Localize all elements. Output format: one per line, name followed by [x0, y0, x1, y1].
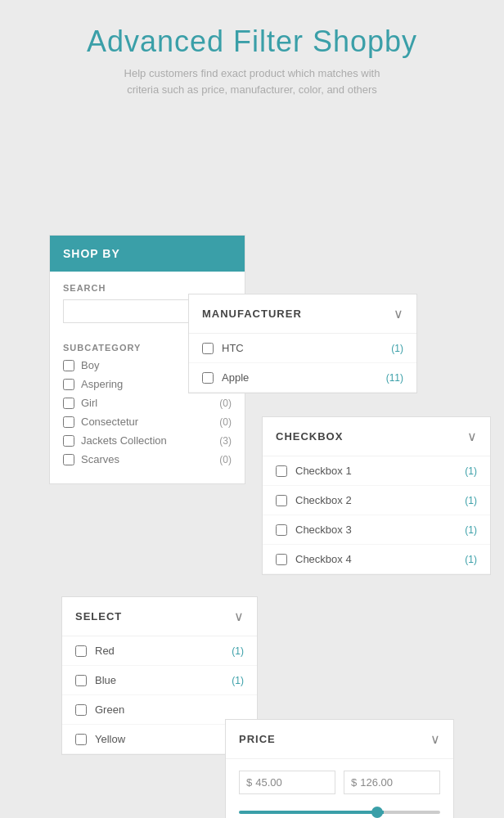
- price-panel: PRICE ∨ $ $ RESET ALL: [225, 719, 454, 818]
- list-item: Checkbox 4 (1): [263, 545, 490, 574]
- checkbox-filter-4[interactable]: [276, 554, 287, 565]
- manufacturer-checkbox-apple[interactable]: [202, 372, 214, 384]
- subcategory-checkbox-scarves[interactable]: [63, 454, 74, 465]
- search-label: SEARCH: [63, 283, 232, 293]
- select-checkbox-green[interactable]: [75, 704, 87, 716]
- subcategory-checkbox-aspering[interactable]: [63, 379, 74, 390]
- list-item: Apple (11): [189, 363, 416, 393]
- checkbox-filter-header: CHECKBOX ∨: [263, 417, 490, 456]
- list-item: Checkbox 1 (1): [263, 456, 490, 486]
- subcategory-checkbox-jackets[interactable]: [63, 435, 74, 447]
- select-checkbox-blue[interactable]: [75, 675, 87, 686]
- header-subtitle: Help customers find exact product which …: [16, 65, 488, 97]
- list-item: Checkbox 3 (1): [263, 515, 490, 545]
- page-header: Advanced Filter Shopby Help customers fi…: [16, 25, 488, 97]
- select-checkbox-red[interactable]: [75, 645, 87, 657]
- select-header: SELECT ∨: [62, 597, 257, 636]
- list-item: Scarves (0): [63, 453, 232, 465]
- subcategory-checkbox-girl[interactable]: [63, 398, 74, 409]
- manufacturer-checkbox-htc[interactable]: [202, 343, 214, 354]
- cards-container: SHOP BY SEARCH SUBCATEGORY Boy Aspering: [16, 114, 488, 784]
- select-checkbox-yellow[interactable]: [75, 734, 87, 745]
- list-item: Checkbox 2 (1): [263, 486, 490, 515]
- checkbox-filter-title: CHECKBOX: [276, 430, 343, 443]
- checkbox-filter-1[interactable]: [276, 465, 287, 477]
- chevron-down-icon[interactable]: ∨: [430, 731, 440, 747]
- price-range-slider[interactable]: [239, 811, 440, 814]
- price-currency-max: $: [351, 776, 357, 789]
- price-header: PRICE ∨: [226, 720, 453, 759]
- manufacturer-title: MANUFACTURER: [202, 308, 302, 320]
- list-item: Girl (0): [63, 397, 232, 409]
- manufacturer-header: MANUFACTURER ∨: [189, 294, 416, 334]
- manufacturer-panel: MANUFACTURER ∨ HTC (1) Apple (11): [188, 294, 417, 393]
- price-title: PRICE: [239, 733, 276, 745]
- price-currency-min: $: [246, 776, 252, 789]
- checkbox-filter-2[interactable]: [276, 495, 287, 506]
- chevron-down-icon[interactable]: ∨: [234, 609, 244, 624]
- list-item: Jackets Collection (3): [63, 434, 232, 447]
- price-slider-container: [226, 802, 453, 818]
- checkbox-filter-panel: CHECKBOX ∨ Checkbox 1 (1) Checkbox 2 (1)…: [262, 416, 491, 575]
- chevron-down-icon[interactable]: ∨: [394, 306, 403, 321]
- page-wrapper: Advanced Filter Shopby Help customers fi…: [0, 0, 504, 818]
- page-title: Advanced Filter Shopby: [16, 25, 488, 59]
- price-max-input[interactable]: [360, 776, 433, 789]
- list-item: HTC (1): [189, 334, 416, 363]
- select-title: SELECT: [75, 610, 122, 622]
- price-max-wrapper: $: [344, 771, 440, 794]
- subcategory-checkbox-consectetur[interactable]: [63, 416, 74, 428]
- list-item: Consectetur (0): [63, 416, 232, 428]
- title-colored: Filter Shopby: [233, 25, 417, 58]
- shop-by-header: SHOP BY: [50, 236, 245, 272]
- list-item: Red (1): [62, 636, 257, 666]
- checkbox-filter-3[interactable]: [276, 524, 287, 536]
- subcategory-checkbox-boy[interactable]: [63, 360, 74, 371]
- price-min-wrapper: $: [239, 771, 335, 794]
- list-item: Blue (1): [62, 666, 257, 695]
- chevron-down-icon[interactable]: ∨: [467, 429, 477, 444]
- price-min-input[interactable]: [255, 776, 328, 789]
- price-inputs: $ $: [226, 759, 453, 802]
- title-normal: Advanced: [87, 25, 224, 58]
